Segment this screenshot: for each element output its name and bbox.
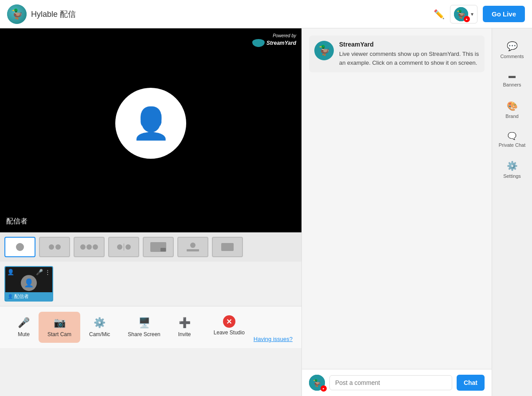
- comment-input-area: 🦆 Chat: [302, 369, 492, 396]
- platform-badge: 🦆: [454, 7, 468, 21]
- right-sidebar: 💬 Comments ▬ Banners 🎨 Brand 🗨️ Private …: [492, 28, 532, 396]
- thumb-more-icon[interactable]: ⋮: [45, 269, 51, 275]
- youtube-badge-icon: [464, 16, 470, 22]
- participant-name-label: 👤 配信者: [5, 292, 52, 301]
- comment-avatar: 🦆: [314, 41, 334, 60]
- sidebar-brand-label: Brand: [505, 113, 518, 119]
- sidebar-item-private-chat[interactable]: 🗨️ Private Chat: [492, 126, 532, 153]
- comment-body: StreamYard Live viewer comments show up …: [339, 41, 479, 67]
- layout-person-icon: [49, 244, 54, 250]
- mute-button[interactable]: 🎤 Mute: [9, 312, 39, 343]
- thumb-add-icon: 👤: [7, 269, 14, 275]
- layout-person-icon: [190, 243, 196, 248]
- sidebar-banners-label: Banners: [503, 82, 521, 88]
- camera-off-icon: 📷: [54, 317, 66, 329]
- layout-banner-button[interactable]: [177, 237, 208, 257]
- layout-person-icon: [125, 244, 131, 250]
- comment-sender-name: StreamYard: [339, 41, 479, 48]
- broadcaster-label: 配信者: [6, 217, 27, 226]
- layout-double-button[interactable]: [39, 237, 70, 257]
- sidebar-item-comments[interactable]: 💬 Comments: [492, 35, 532, 65]
- layout-rect-icon: [221, 243, 234, 251]
- avatar-person-icon: 👤: [132, 105, 170, 141]
- sidebar-comments-label: Comments: [500, 53, 524, 59]
- layout-person-icon: [86, 244, 92, 250]
- comment-yt-badge-icon: [321, 385, 327, 392]
- layout-triple-button[interactable]: [74, 237, 105, 257]
- sidebar-item-settings[interactable]: ⚙️ Settings: [492, 155, 532, 184]
- screen-share-icon: 🖥️: [138, 317, 150, 329]
- comment-user-avatar: 🦆: [309, 375, 325, 391]
- platform-selector[interactable]: 🦆 ▾: [450, 5, 477, 24]
- chat-button[interactable]: Chat: [457, 375, 485, 391]
- participants-area: 👤 🎤 ⋮ 👤 👤 配信者: [0, 262, 301, 306]
- center-panel: 🦆 StreamYard Live viewer comments show u…: [301, 28, 492, 396]
- app-logo-icon: 🦆: [7, 4, 27, 24]
- settings-icon: ⚙️: [507, 161, 518, 171]
- cam-mic-button[interactable]: ⚙️ Cam/Mic: [80, 312, 119, 343]
- powered-by-label: Powered by StreamYard: [252, 33, 296, 47]
- thumb-top-icons: 👤 🎤 ⋮: [5, 269, 52, 275]
- leave-x-icon: ✕: [223, 315, 235, 328]
- layout-person-icon: [80, 244, 86, 250]
- thumb-avatar: 👤: [21, 275, 37, 291]
- chevron-down-icon: ▾: [471, 11, 473, 17]
- start-cam-button[interactable]: 📷 Start Cam: [39, 312, 80, 343]
- participant-thumbnail[interactable]: 👤 🎤 ⋮ 👤 👤 配信者: [4, 266, 53, 302]
- main-content: Powered by StreamYard 👤 配信者: [0, 28, 532, 396]
- header: 🦆 Hylable 配信 ✏️ 🦆 ▾ Go Live: [0, 0, 532, 28]
- sidebar-private-chat-label: Private Chat: [499, 142, 526, 148]
- comments-icon: 💬: [507, 41, 518, 51]
- thumb-mic-icon[interactable]: 🎤: [36, 269, 43, 275]
- go-live-button[interactable]: Go Live: [483, 6, 525, 22]
- header-logo: 🦆 Hylable 配信: [7, 4, 76, 24]
- banners-icon: ▬: [509, 72, 516, 80]
- edit-icon[interactable]: ✏️: [434, 9, 445, 20]
- thumb-person-icon: 👤: [24, 278, 34, 288]
- layout-fullscreen-button[interactable]: [212, 237, 243, 257]
- cam-mic-icon: ⚙️: [94, 317, 106, 329]
- having-issues-link[interactable]: Having issues?: [254, 331, 293, 342]
- bottom-controls: 🎤 Mute 📷 Start Cam ⚙️ Cam/Mic 🖥️ Share S…: [0, 306, 301, 348]
- studio-area: Powered by StreamYard 👤 配信者: [0, 28, 301, 232]
- sidebar-item-banners[interactable]: ▬ Banners: [492, 67, 532, 93]
- header-actions: ✏️ 🦆 ▾ Go Live: [434, 5, 525, 24]
- comment-card[interactable]: 🦆 StreamYard Live viewer comments show u…: [309, 35, 485, 72]
- share-screen-button[interactable]: 🖥️ Share Screen: [119, 312, 169, 343]
- sidebar-item-brand[interactable]: 🎨 Brand: [492, 95, 532, 125]
- comment-text: Live viewer comments show up on StreamYa…: [339, 50, 479, 67]
- invite-button[interactable]: ➕ Invite: [169, 312, 200, 343]
- leave-studio-area[interactable]: ✕ Leave Studio: [208, 312, 250, 339]
- brand-icon: 🎨: [507, 101, 518, 111]
- private-chat-icon: 🗨️: [508, 132, 516, 140]
- invite-icon: ➕: [179, 317, 191, 329]
- layout-selector: [0, 232, 301, 262]
- layout-pip-button[interactable]: [143, 237, 174, 257]
- layout-sidebyside-button[interactable]: [108, 237, 139, 257]
- streamyard-logo-icon: [252, 39, 265, 47]
- layout-person-icon: [117, 244, 122, 250]
- layout-single-button[interactable]: [4, 237, 35, 257]
- comment-input[interactable]: [329, 375, 452, 390]
- app-title: Hylable 配信: [31, 9, 76, 20]
- sidebar-settings-label: Settings: [503, 173, 521, 179]
- layout-person-icon: [93, 244, 98, 250]
- mute-icon: 🎤: [18, 317, 30, 329]
- layout-person-icon: [55, 244, 61, 250]
- layout-person-icon: [16, 243, 24, 251]
- comments-area: 🦆 StreamYard Live viewer comments show u…: [302, 28, 492, 369]
- left-panel: Powered by StreamYard 👤 配信者: [0, 28, 301, 396]
- broadcaster-avatar: 👤: [115, 88, 186, 159]
